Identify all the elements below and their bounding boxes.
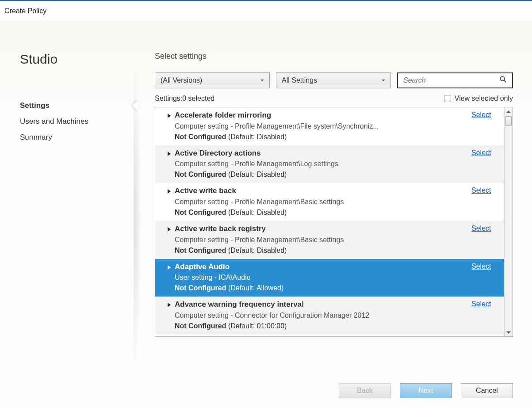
- setting-path: User setting - ICA\Audio: [175, 272, 471, 283]
- expand-icon[interactable]: [163, 110, 175, 142]
- chevron-down-icon: [260, 80, 264, 81]
- settings-row[interactable]: Accelerate folder mirroringComputer sett…: [155, 107, 504, 145]
- sidebar-item-label: Settings: [20, 101, 50, 110]
- setting-path: Computer setting - Profile Management\Lo…: [175, 159, 471, 169]
- settings-count-label: Settings:: [155, 95, 182, 103]
- scrollbar[interactable]: [504, 107, 513, 336]
- settings-row-body: Active write back registryComputer setti…: [175, 224, 471, 256]
- settings-row[interactable]: Active Directory actionsComputer setting…: [155, 145, 504, 183]
- settings-row[interactable]: Advance warning frequency intervalComput…: [155, 297, 504, 335]
- select-link[interactable]: Select: [471, 262, 502, 294]
- setting-state: Not Configured (Default: Disabled): [175, 207, 471, 218]
- scroll-down-button[interactable]: [505, 328, 513, 336]
- search-box[interactable]: [397, 72, 513, 88]
- page-title: Select settings: [155, 52, 513, 61]
- settings-row-body: Active Directory actionsComputer setting…: [175, 148, 471, 180]
- expand-icon[interactable]: [163, 186, 175, 218]
- setting-state: Not Configured (Default: 01:00:00): [175, 321, 471, 331]
- view-selected-only-label: View selected only: [455, 95, 513, 103]
- settings-row[interactable]: Active write back registryComputer setti…: [155, 221, 504, 259]
- setting-path: Computer setting - Connector for Configu…: [175, 310, 471, 321]
- settings-row-body: Accelerate folder mirroringComputer sett…: [175, 110, 471, 142]
- sidebar-item-label: Summary: [20, 133, 52, 141]
- dropdown-value: All Settings: [282, 76, 317, 84]
- sidebar-item-summary[interactable]: Summary: [20, 129, 138, 145]
- setting-title: Active write back: [175, 186, 471, 197]
- sidebar-item-label: Users and Machines: [20, 117, 88, 126]
- scroll-up-button[interactable]: [505, 107, 513, 115]
- expand-icon[interactable]: [163, 262, 175, 294]
- setting-title: Adaptive Audio: [175, 262, 471, 273]
- setting-title: Accelerate folder mirroring: [175, 110, 471, 121]
- select-link[interactable]: Select: [471, 224, 502, 256]
- settings-row[interactable]: Adaptive AudioUser setting - ICA\AudioNo…: [155, 259, 504, 297]
- setting-state: Not Configured (Default: Disabled): [175, 169, 471, 180]
- sidebar-item-settings[interactable]: Settings: [20, 98, 138, 114]
- svg-point-0: [500, 76, 505, 81]
- wizard-buttons: Back Next Cancel: [155, 383, 513, 398]
- setting-state: Not Configured (Default: Allowed): [175, 283, 471, 293]
- select-link[interactable]: Select: [471, 186, 502, 218]
- setting-path: Computer setting - Profile Management\Fi…: [175, 121, 471, 132]
- settings-list: Accelerate folder mirroringComputer sett…: [155, 107, 504, 336]
- setting-state: Not Configured (Default: Disabled): [175, 245, 471, 256]
- chevron-down-icon: [382, 80, 385, 81]
- setting-path: Computer setting - Profile Management\Ba…: [175, 235, 471, 245]
- arrow-down-icon: [506, 331, 511, 334]
- arrow-up-icon: [506, 110, 511, 113]
- active-step-indicator-icon: [132, 100, 138, 111]
- setting-state: Not Configured (Default: Disabled): [175, 132, 471, 142]
- cancel-button[interactable]: Cancel: [461, 383, 513, 398]
- select-link[interactable]: Select: [471, 110, 502, 142]
- search-icon: [499, 76, 507, 85]
- select-link[interactable]: Select: [471, 299, 502, 331]
- select-link[interactable]: Select: [471, 148, 502, 180]
- main-panel: Select settings (All Versions) All Setti…: [155, 52, 513, 337]
- settings-row-body: Advance warning frequency intervalComput…: [175, 299, 471, 331]
- app-name: Studio: [20, 52, 138, 67]
- scroll-track[interactable]: [505, 115, 513, 328]
- setting-path: Computer setting - Profile Management\Ba…: [175, 197, 471, 207]
- wizard-sidebar: Studio Settings Users and Machines Summa…: [0, 21, 138, 407]
- view-selected-only-checkbox[interactable]: [444, 95, 451, 102]
- settings-row[interactable]: Active write backComputer setting - Prof…: [155, 183, 504, 221]
- search-input[interactable]: [403, 76, 499, 84]
- dropdown-value: (All Versions): [161, 76, 202, 84]
- window-title: Create Policy: [0, 1, 532, 21]
- category-dropdown[interactable]: All Settings: [276, 72, 391, 88]
- settings-row-body: Adaptive AudioUser setting - ICA\AudioNo…: [175, 262, 471, 294]
- back-button[interactable]: Back: [339, 383, 391, 398]
- sidebar-item-users-and-machines[interactable]: Users and Machines: [20, 114, 138, 129]
- settings-count-value: 0 selected: [182, 95, 214, 103]
- scroll-thumb[interactable]: [505, 116, 512, 126]
- next-button[interactable]: Next: [400, 383, 452, 398]
- setting-title: Active Directory actions: [175, 148, 471, 159]
- expand-icon[interactable]: [163, 148, 175, 180]
- setting-title: Active write back registry: [175, 224, 471, 235]
- setting-title: Advance warning frequency interval: [175, 299, 471, 310]
- settings-row[interactable]: Advance warning message box body textCom…: [155, 335, 504, 336]
- settings-row-body: Active write backComputer setting - Prof…: [175, 186, 471, 218]
- expand-icon[interactable]: [163, 299, 175, 331]
- versions-dropdown[interactable]: (All Versions): [155, 72, 270, 88]
- svg-line-1: [504, 80, 506, 82]
- expand-icon[interactable]: [163, 224, 175, 256]
